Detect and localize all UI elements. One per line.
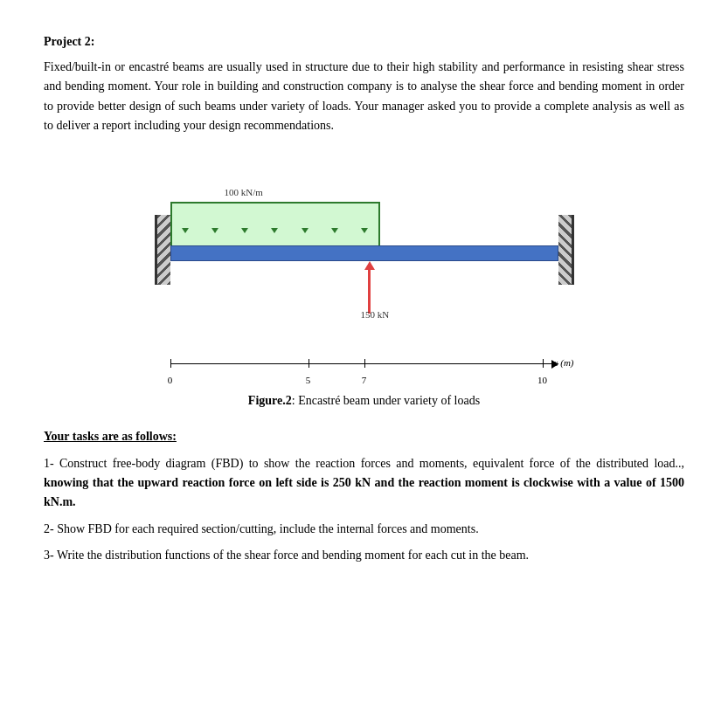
dim-label-0: 0 [168, 375, 173, 385]
task-1-bold: knowing that the upward reaction force o… [44, 476, 684, 508]
dim-label-7: 7 [362, 375, 367, 385]
arrow-head [271, 228, 278, 233]
beam [170, 245, 558, 261]
diagram-container: 100 kN/m [44, 162, 684, 385]
x-axis-label: x (m) [554, 357, 574, 368]
dist-load-label: 100 kN/m [225, 187, 263, 197]
arrow-head [302, 228, 309, 233]
force-stem [368, 270, 371, 314]
wall-left [155, 215, 170, 285]
force-150-label: 150 kN [361, 309, 390, 320]
tick-5 [309, 359, 309, 368]
figure-caption-bold: Figure.2 [248, 394, 292, 407]
arrow-head [241, 228, 248, 233]
figure-caption: Figure.2: Encastré beam under variety of… [44, 394, 684, 408]
tick-10 [543, 359, 544, 368]
intro-paragraph: Fixed/built-in or encastré beams are usu… [44, 58, 684, 136]
task-2: 2- Show FBD for each required section/cu… [44, 520, 684, 539]
project-title: Project 2: [44, 35, 684, 49]
arrow-head [182, 228, 189, 233]
arrow-head [361, 228, 368, 233]
arrow-head [211, 228, 218, 233]
arrow-head [331, 228, 338, 233]
task-1: 1- Construct free-body diagram (FBD) to … [44, 454, 684, 513]
task-1-start: 1- Construct free-body diagram (FBD) to … [44, 457, 684, 470]
dim-label-5: 5 [306, 375, 311, 385]
dist-load-area [170, 202, 380, 245]
tasks-heading: Your tasks are as follows: [44, 430, 684, 444]
beam-diagram: 100 kN/m [137, 162, 592, 337]
tick-0 [170, 359, 171, 368]
figure-caption-rest: : Encastré beam under variety of loads [292, 394, 480, 407]
dim-label-10: 10 [537, 375, 547, 385]
tick-7 [364, 359, 365, 368]
force-up-arrow [364, 261, 375, 314]
wall-right [558, 215, 574, 285]
arrow-head-up [364, 261, 375, 270]
dimension-line: 0 5 7 10 x (m) [137, 350, 592, 385]
task-3: 3- Write the distribution functions of t… [44, 546, 684, 565]
